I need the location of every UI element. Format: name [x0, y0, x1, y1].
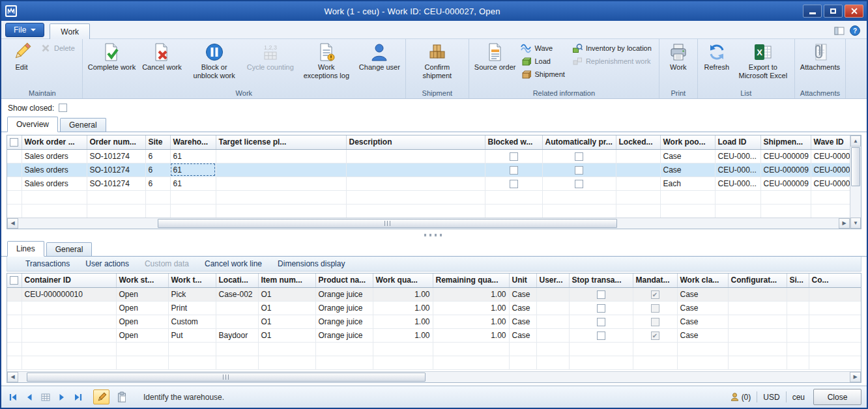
grid-cell[interactable]: Each	[660, 176, 715, 190]
grid-cell[interactable]: Case	[677, 287, 728, 301]
grid-cell[interactable]	[485, 163, 542, 176]
wave-button[interactable]: Wave	[519, 42, 570, 55]
grid-cell[interactable]	[7, 287, 22, 301]
grid-cell[interactable]	[542, 149, 616, 163]
grid-cell[interactable]	[536, 287, 569, 301]
grid-cell[interactable]: Orange juice	[315, 301, 373, 315]
checkbox[interactable]	[575, 180, 583, 188]
checkbox[interactable]	[597, 318, 605, 326]
dimensions-display-link[interactable]: Dimensions display	[278, 259, 345, 268]
column-header[interactable]: Stop transa...	[569, 274, 633, 287]
tab-work-ribbon[interactable]: Work	[50, 23, 90, 39]
file-menu-button[interactable]: File	[5, 23, 44, 37]
table-row[interactable]: OpenPutBaydoorO1Orange juice1.001.00Case…	[7, 328, 861, 342]
grid-cell[interactable]: CEU-000000010	[22, 287, 116, 301]
grid-cell[interactable]: CEU-000009	[760, 163, 811, 176]
grid-cell[interactable]	[569, 287, 633, 301]
grid-cell[interactable]: SO-101274	[87, 163, 145, 176]
grid-cell[interactable]: 6	[145, 176, 170, 190]
grid-cell[interactable]	[542, 163, 616, 176]
grid-cell[interactable]: Baydoor	[216, 328, 258, 342]
nav-last-record-button[interactable]	[72, 391, 85, 403]
grid-cell[interactable]: Case	[660, 163, 715, 176]
lines-hscroll-thumb[interactable]	[27, 373, 426, 382]
load-button[interactable]: Load	[519, 55, 570, 68]
column-header[interactable]: Wareho...	[170, 135, 216, 149]
grid-cell[interactable]: CEU-000...	[715, 176, 760, 190]
table-row[interactable]: Sales ordersSO-101274661CaseCEU-000...CE…	[7, 149, 850, 163]
alerts-indicator[interactable]: (0)	[730, 392, 751, 402]
column-header[interactable]: User...	[536, 274, 569, 287]
grid-cell[interactable]	[22, 301, 116, 315]
grid-cell[interactable]: CEU-00000	[811, 149, 850, 163]
cancel-work-line-link[interactable]: Cancel work line	[205, 259, 262, 268]
grid-cell[interactable]: CEU-000...	[715, 163, 760, 176]
grid-cell[interactable]: Case	[509, 315, 536, 328]
grid-cell[interactable]: CEU-000...	[715, 149, 760, 163]
close-window-button[interactable]	[845, 5, 863, 18]
grid-cell[interactable]	[569, 315, 633, 328]
column-header[interactable]: Work st...	[116, 274, 168, 287]
grid-cell[interactable]: O1	[258, 301, 315, 315]
column-header[interactable]: Co...	[809, 274, 861, 287]
grid-cell[interactable]: Sales orders	[22, 149, 87, 163]
grid-cell[interactable]	[569, 301, 633, 315]
grid-cell[interactable]	[809, 315, 861, 328]
grid-cell[interactable]	[787, 301, 809, 315]
grid-cell[interactable]	[216, 315, 258, 328]
currency-indicator[interactable]: USD	[763, 393, 779, 402]
grid-cell[interactable]	[616, 163, 660, 176]
scroll-right-icon[interactable]: ▶	[850, 372, 861, 382]
grid-cell[interactable]: 6	[145, 163, 170, 176]
scroll-right-icon[interactable]: ▶	[839, 218, 850, 229]
grid-cell[interactable]	[536, 328, 569, 342]
grid-cell[interactable]	[7, 149, 22, 163]
column-header[interactable]: Container ID	[22, 274, 116, 287]
grid-cell[interactable]: 1.00	[433, 315, 509, 328]
column-header[interactable]: Wave ID	[811, 135, 850, 149]
grid-cell[interactable]	[485, 176, 542, 190]
nav-next-record-button[interactable]	[55, 391, 68, 403]
grid-cell[interactable]	[787, 328, 809, 342]
column-header[interactable]: Work qua...	[373, 274, 433, 287]
layout-panes-icon[interactable]	[834, 26, 845, 36]
table-row[interactable]: Sales ordersSO-101274661EachCEU-000...CE…	[7, 176, 850, 190]
column-header[interactable]: Automatically pr...	[542, 135, 616, 149]
column-header[interactable]: Shipmen...	[760, 135, 811, 149]
grid-cell[interactable]: Custom	[168, 315, 216, 328]
grid-cell[interactable]	[216, 163, 346, 176]
nav-first-record-button[interactable]	[7, 391, 20, 403]
help-icon[interactable]: ?	[850, 25, 860, 36]
column-header[interactable]: Remaining qua...	[433, 274, 509, 287]
grid-cell[interactable]	[346, 163, 485, 176]
grid-cell[interactable]	[728, 301, 787, 315]
grid-cell[interactable]: Open	[116, 315, 168, 328]
grid-cell[interactable]: CEU-00000	[811, 163, 850, 176]
lines-hscrollbar[interactable]: ◀ ▶	[7, 371, 861, 382]
grid-view-button[interactable]	[39, 391, 52, 403]
grid-cell[interactable]: 61	[170, 163, 216, 176]
grid-cell[interactable]	[809, 328, 861, 342]
maximize-button[interactable]	[824, 5, 843, 18]
print-work-button[interactable]: Work	[661, 40, 695, 72]
tab-overview[interactable]: Overview	[7, 117, 58, 132]
grid-cell[interactable]: Case	[509, 287, 536, 301]
grid-cell[interactable]	[728, 287, 787, 301]
column-header[interactable]: Configurat...	[728, 274, 787, 287]
overview-vscrollbar[interactable]: ▲ ▼	[850, 135, 861, 229]
grid-cell[interactable]	[536, 301, 569, 315]
transactions-link[interactable]: Transactions	[25, 259, 70, 268]
grid-cell[interactable]: Open	[116, 301, 168, 315]
grid-cell[interactable]	[616, 149, 660, 163]
grid-cell[interactable]	[7, 176, 22, 190]
column-header[interactable]: Work order ...	[22, 135, 87, 149]
table-row[interactable]: OpenCustomO1Orange juice1.001.00CaseCase	[7, 315, 861, 328]
grid-cell[interactable]: 61	[170, 149, 216, 163]
scroll-left-icon[interactable]: ◀	[7, 372, 18, 382]
cancel-work-button[interactable]: Cancel work	[139, 40, 185, 72]
tab-lines[interactable]: Lines	[7, 241, 44, 257]
company-indicator[interactable]: ceu	[792, 393, 805, 402]
grid-cell[interactable]	[7, 163, 22, 176]
grid-cell[interactable]: 1.00	[373, 315, 433, 328]
grid-cell[interactable]: Orange juice	[315, 315, 373, 328]
